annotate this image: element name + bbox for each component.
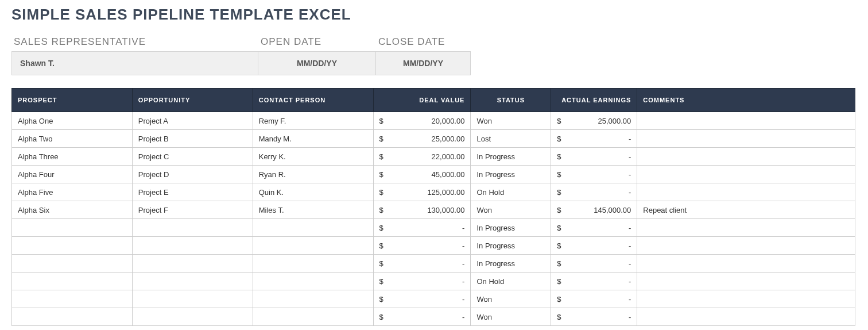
- prospect-cell[interactable]: [12, 290, 133, 308]
- deal-value-cell[interactable]: $45,000.00: [373, 166, 471, 183]
- deal-value-cell[interactable]: $20,000.00: [373, 112, 471, 130]
- col-comments: COMMENTS: [637, 89, 855, 112]
- close-date-label: CLOSE DATE: [376, 34, 471, 51]
- contact-cell[interactable]: [253, 290, 373, 308]
- contact-cell[interactable]: Ryan R.: [253, 166, 373, 183]
- status-cell[interactable]: In Progress: [471, 166, 551, 183]
- comments-cell[interactable]: [637, 148, 855, 166]
- comments-cell[interactable]: [637, 237, 855, 255]
- status-cell[interactable]: In Progress: [471, 237, 551, 255]
- meta-values-row: Shawn T. MM/DD/YY MM/DD/YY: [11, 51, 857, 75]
- contact-cell[interactable]: [253, 219, 373, 237]
- table-row: $-On Hold$-: [12, 273, 855, 290]
- status-cell[interactable]: Won: [471, 308, 551, 326]
- comments-cell[interactable]: [637, 308, 855, 326]
- opportunity-cell[interactable]: Project D: [132, 166, 253, 183]
- table-row: Alpha ThreeProject CKerry K.$22,000.00In…: [12, 148, 855, 166]
- opportunity-cell[interactable]: Project A: [132, 112, 253, 130]
- prospect-cell[interactable]: Alpha Six: [12, 201, 133, 219]
- earnings-cell[interactable]: $-: [551, 308, 637, 326]
- prospect-cell[interactable]: Alpha Two: [12, 130, 133, 148]
- opportunity-cell[interactable]: [132, 308, 253, 326]
- prospect-cell[interactable]: Alpha Five: [12, 183, 133, 201]
- prospect-cell[interactable]: [12, 308, 133, 326]
- earnings-cell[interactable]: $-: [551, 237, 637, 255]
- contact-cell[interactable]: Remy F.: [253, 112, 373, 130]
- contact-cell[interactable]: Kerry K.: [253, 148, 373, 166]
- opportunity-cell[interactable]: Project C: [132, 148, 253, 166]
- opportunity-cell[interactable]: [132, 237, 253, 255]
- opportunity-cell[interactable]: [132, 219, 253, 237]
- deal-value-cell[interactable]: $-: [373, 308, 471, 326]
- prospect-cell[interactable]: Alpha Four: [12, 166, 133, 183]
- open-date-label: OPEN DATE: [258, 34, 376, 51]
- deal-value-cell[interactable]: $130,000.00: [373, 201, 471, 219]
- prospect-cell[interactable]: [12, 219, 133, 237]
- rep-value-cell[interactable]: Shawn T.: [11, 51, 258, 75]
- contact-cell[interactable]: Mandy M.: [253, 130, 373, 148]
- comments-cell[interactable]: [637, 290, 855, 308]
- deal-value-cell[interactable]: $-: [373, 255, 471, 273]
- opportunity-cell[interactable]: Project E: [132, 183, 253, 201]
- prospect-cell[interactable]: [12, 237, 133, 255]
- opportunity-cell[interactable]: [132, 255, 253, 273]
- deal-value-cell[interactable]: $25,000.00: [373, 130, 471, 148]
- deal-value-cell[interactable]: $-: [373, 273, 471, 290]
- col-earnings: ACTUAL EARNINGS: [551, 89, 637, 112]
- opportunity-cell[interactable]: [132, 273, 253, 290]
- earnings-cell[interactable]: $-: [551, 273, 637, 290]
- earnings-cell[interactable]: $-: [551, 255, 637, 273]
- status-cell[interactable]: On Hold: [471, 183, 551, 201]
- earnings-cell[interactable]: $-: [551, 130, 637, 148]
- status-cell[interactable]: On Hold: [471, 273, 551, 290]
- status-cell[interactable]: In Progress: [471, 255, 551, 273]
- comments-cell[interactable]: [637, 273, 855, 290]
- comments-cell[interactable]: [637, 166, 855, 183]
- deal-value-cell[interactable]: $22,000.00: [373, 148, 471, 166]
- comments-cell[interactable]: [637, 112, 855, 130]
- opportunity-cell[interactable]: [132, 290, 253, 308]
- col-deal: DEAL VALUE: [373, 89, 471, 112]
- contact-cell[interactable]: [253, 308, 373, 326]
- prospect-cell[interactable]: [12, 255, 133, 273]
- earnings-cell[interactable]: $-: [551, 148, 637, 166]
- deal-value-cell[interactable]: $-: [373, 237, 471, 255]
- opportunity-cell[interactable]: Project B: [132, 130, 253, 148]
- prospect-cell[interactable]: Alpha Three: [12, 148, 133, 166]
- status-cell[interactable]: Won: [471, 112, 551, 130]
- close-date-cell[interactable]: MM/DD/YY: [376, 51, 471, 75]
- earnings-cell[interactable]: $-: [551, 166, 637, 183]
- table-row: Alpha FourProject DRyan R.$45,000.00In P…: [12, 166, 855, 183]
- deal-value-cell[interactable]: $-: [373, 219, 471, 237]
- col-prospect: PROSPECT: [12, 89, 133, 112]
- status-cell[interactable]: In Progress: [471, 219, 551, 237]
- deal-value-cell[interactable]: $-: [373, 290, 471, 308]
- comments-cell[interactable]: Repeat client: [637, 201, 855, 219]
- contact-cell[interactable]: [253, 237, 373, 255]
- col-opportunity: OPPORTUNITY: [132, 89, 253, 112]
- page-title: SIMPLE SALES PIPELINE TEMPLATE EXCEL: [11, 6, 857, 24]
- earnings-cell[interactable]: $-: [551, 219, 637, 237]
- status-cell[interactable]: Won: [471, 201, 551, 219]
- status-cell[interactable]: Won: [471, 290, 551, 308]
- earnings-cell[interactable]: $25,000.00: [551, 112, 637, 130]
- status-cell[interactable]: In Progress: [471, 148, 551, 166]
- opportunity-cell[interactable]: Project F: [132, 201, 253, 219]
- status-cell[interactable]: Lost: [471, 130, 551, 148]
- contact-cell[interactable]: [253, 273, 373, 290]
- deal-value-cell[interactable]: $125,000.00: [373, 183, 471, 201]
- prospect-cell[interactable]: [12, 273, 133, 290]
- earnings-cell[interactable]: $145,000.00: [551, 201, 637, 219]
- contact-cell[interactable]: Miles T.: [253, 201, 373, 219]
- meta-section: SALES REPRESENTATIVE OPEN DATE CLOSE DAT…: [11, 34, 857, 51]
- earnings-cell[interactable]: $-: [551, 290, 637, 308]
- comments-cell[interactable]: [637, 130, 855, 148]
- comments-cell[interactable]: [637, 255, 855, 273]
- contact-cell[interactable]: Quin K.: [253, 183, 373, 201]
- comments-cell[interactable]: [637, 219, 855, 237]
- contact-cell[interactable]: [253, 255, 373, 273]
- prospect-cell[interactable]: Alpha One: [12, 112, 133, 130]
- comments-cell[interactable]: [637, 183, 855, 201]
- earnings-cell[interactable]: $-: [551, 183, 637, 201]
- open-date-cell[interactable]: MM/DD/YY: [258, 51, 376, 75]
